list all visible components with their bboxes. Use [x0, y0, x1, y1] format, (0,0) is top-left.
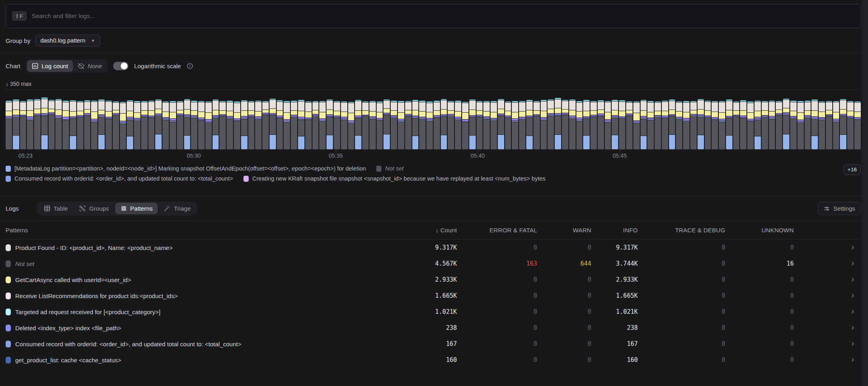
- scrollbar-track[interactable]: [862, 0, 868, 386]
- chevron-right-icon[interactable]: [850, 244, 856, 251]
- chart-bar[interactable]: [412, 100, 419, 149]
- chart-bar[interactable]: [405, 101, 412, 149]
- log-count-button[interactable]: Log count: [27, 60, 73, 72]
- chart-bar[interactable]: [6, 101, 12, 149]
- chart-bar[interactable]: [455, 101, 461, 149]
- chart-bar[interactable]: [641, 100, 647, 149]
- chart-bar[interactable]: [383, 100, 390, 149]
- chart-bar[interactable]: [819, 102, 825, 149]
- chart-bar[interactable]: [391, 101, 397, 149]
- logarithmic-scale-toggle[interactable]: [113, 62, 128, 70]
- chart-bar[interactable]: [698, 99, 704, 149]
- chart-bar[interactable]: [690, 101, 697, 149]
- chart-bar[interactable]: [590, 101, 597, 149]
- chart-bar[interactable]: [91, 101, 97, 149]
- chart-bar[interactable]: [298, 100, 304, 149]
- chevron-right-icon[interactable]: [850, 341, 856, 347]
- column-header-info[interactable]: INFO: [591, 227, 638, 234]
- chart-bar[interactable]: [49, 100, 55, 149]
- none-button[interactable]: None: [73, 60, 107, 72]
- chart-bar[interactable]: [319, 101, 326, 149]
- chart-bar[interactable]: [426, 102, 433, 149]
- chart-bar[interactable]: [234, 102, 240, 149]
- chart-bar[interactable]: [462, 102, 468, 149]
- chart-bar[interactable]: [77, 101, 83, 149]
- chart-bar[interactable]: [327, 100, 333, 149]
- chart-bar[interactable]: [797, 101, 804, 149]
- chart-bar[interactable]: [34, 99, 41, 149]
- chart-bar[interactable]: [598, 100, 604, 149]
- pattern-row[interactable]: Targeted ad request received for [<produ…: [0, 304, 861, 320]
- chart-bar[interactable]: [583, 100, 590, 149]
- column-header-count[interactable]: ↓ Count: [397, 227, 457, 234]
- chart-bar[interactable]: [719, 101, 725, 149]
- chart-bar[interactable]: [776, 101, 782, 149]
- chart-bar[interactable]: [655, 102, 661, 149]
- chart-bar[interactable]: [162, 102, 169, 149]
- column-header-unknown[interactable]: UNKNOWN: [725, 227, 794, 234]
- chart-bar[interactable]: [647, 101, 654, 149]
- column-header-trace-debug[interactable]: TRACE & DEBUG: [638, 227, 725, 234]
- tab-triage[interactable]: Triage: [158, 203, 196, 214]
- chart-bar[interactable]: [134, 101, 140, 149]
- chart-bar[interactable]: [840, 99, 846, 149]
- chart-bar[interactable]: [705, 101, 711, 149]
- chart-bar[interactable]: [669, 100, 675, 149]
- chart-bar[interactable]: [441, 99, 447, 149]
- chart-bar[interactable]: [847, 101, 854, 149]
- chart-bar[interactable]: [576, 101, 583, 149]
- chart-bar[interactable]: [177, 101, 183, 149]
- chart-bar[interactable]: [127, 100, 133, 149]
- chart-bar[interactable]: [20, 101, 26, 149]
- chart-bar[interactable]: [805, 101, 811, 149]
- chart-bar[interactable]: [612, 100, 618, 149]
- chart-bar[interactable]: [13, 100, 19, 149]
- chart-bar[interactable]: [747, 102, 754, 149]
- chart-bar[interactable]: [826, 101, 832, 149]
- chart-bar[interactable]: [854, 102, 861, 149]
- chart-bar[interactable]: [555, 98, 561, 149]
- info-icon[interactable]: [187, 63, 193, 69]
- chevron-right-icon[interactable]: [850, 260, 856, 267]
- chart-bar[interactable]: [277, 100, 283, 149]
- chart-bar[interactable]: [369, 101, 376, 149]
- chart-bar[interactable]: [505, 102, 511, 149]
- chart-bar[interactable]: [733, 102, 740, 149]
- chart-bar[interactable]: [569, 100, 576, 149]
- group-by-dropdown[interactable]: dash0.log.pattern ▼: [35, 35, 100, 47]
- pattern-row[interactable]: get_product_list: cache <cache_status>16…: [0, 352, 861, 368]
- chart-bar[interactable]: [191, 101, 197, 149]
- chart-bar[interactable]: [619, 100, 625, 149]
- legend-item[interactable]: Consumed record with orderId: <order_id>…: [6, 175, 233, 182]
- chart-bar[interactable]: [483, 101, 490, 149]
- tab-table[interactable]: Table: [39, 203, 73, 214]
- chart-bar[interactable]: [270, 99, 276, 149]
- chevron-right-icon[interactable]: [850, 325, 856, 331]
- legend-item[interactable]: Creating new KRaft snapshot file snapsho…: [243, 175, 546, 182]
- chart-bar[interactable]: [155, 100, 162, 149]
- chart-bar[interactable]: [113, 102, 119, 149]
- chart-bar[interactable]: [512, 101, 518, 149]
- chart-bar[interactable]: [141, 101, 148, 149]
- chart-bar[interactable]: [498, 99, 504, 149]
- chart-bar[interactable]: [548, 100, 554, 149]
- chart-bar[interactable]: [662, 101, 668, 149]
- chart-bar[interactable]: [726, 100, 732, 149]
- chart-bar[interactable]: [84, 100, 91, 149]
- chart-bar[interactable]: [676, 102, 682, 149]
- chart-bar[interactable]: [248, 101, 255, 149]
- legend-item[interactable]: Not set: [376, 165, 404, 172]
- pattern-row[interactable]: Receive ListRecommendations for product …: [0, 288, 861, 304]
- chart-bar[interactable]: [98, 100, 105, 149]
- chart-bar[interactable]: [448, 101, 454, 149]
- chart-bar[interactable]: [491, 101, 497, 149]
- pattern-row[interactable]: Consumed record with orderId: <order_id>…: [0, 336, 861, 352]
- chart-bar[interactable]: [362, 102, 369, 149]
- chart-bar[interactable]: [305, 102, 312, 149]
- chart-bar[interactable]: [533, 101, 540, 149]
- pattern-row[interactable]: Not set4.567K1636443.744K016: [0, 256, 861, 272]
- chart-bar[interactable]: [170, 101, 176, 149]
- chart-bar[interactable]: [398, 101, 404, 149]
- chart-bar[interactable]: [526, 100, 533, 149]
- column-header-error-fatal[interactable]: ERROR & FATAL: [457, 227, 537, 234]
